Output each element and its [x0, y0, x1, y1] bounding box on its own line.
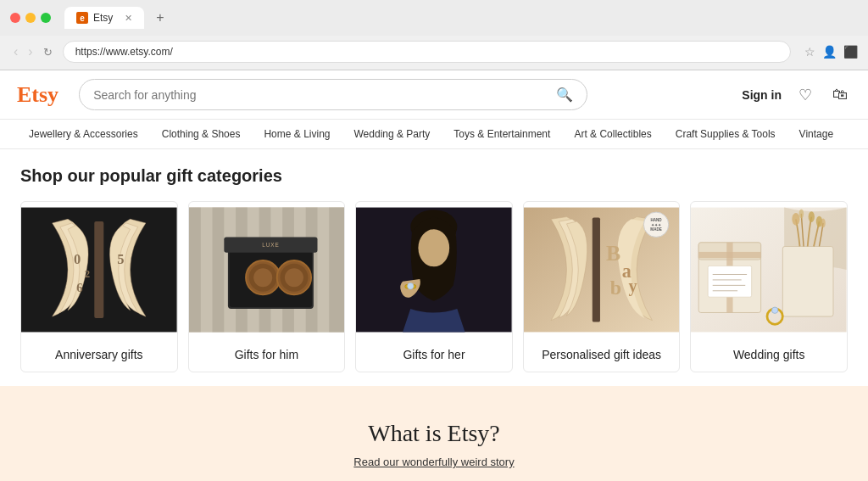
- minimize-dot[interactable]: [25, 13, 36, 23]
- svg-text:✦✦✦: ✦✦✦: [651, 223, 661, 227]
- browser-titlebar: e Etsy ✕ +: [0, 0, 868, 36]
- svg-text:HAND: HAND: [650, 218, 662, 222]
- browser-addressbar: ‹ › ↻ https://www.etsy.com/ ☆ 👤 ⬛: [0, 36, 868, 70]
- gift-card-label-personalised: Personalised gift ideas: [524, 338, 680, 372]
- gift-card-image-wedding: [691, 202, 847, 338]
- search-input[interactable]: [93, 88, 549, 102]
- svg-text:2: 2: [85, 268, 90, 280]
- gift-card-label-wedding: Wedding gifts: [691, 338, 847, 372]
- gift-card-personalised[interactable]: B a b y HAND ✦✦✦ MADE Personalised gift …: [523, 201, 681, 372]
- svg-text:6: 6: [76, 281, 82, 294]
- gift-categories: 0 2 6 5 Anniversary gifts: [20, 201, 848, 372]
- svg-point-58: [772, 307, 778, 313]
- nav-item-craft[interactable]: Craft Supplies & Tools: [664, 120, 787, 148]
- svg-point-28: [419, 229, 450, 266]
- svg-rect-32: [593, 217, 600, 322]
- nav-item-art[interactable]: Art & Collectibles: [562, 120, 663, 148]
- gift-card-wedding[interactable]: Wedding gifts: [690, 201, 848, 372]
- svg-text:B: B: [606, 241, 620, 266]
- cart-button[interactable]: 🛍: [829, 82, 851, 107]
- nav-item-jewellery[interactable]: Jewellery & Accessories: [17, 120, 150, 148]
- svg-rect-14: [329, 208, 344, 333]
- refresh-button[interactable]: ↻: [40, 44, 56, 60]
- tab-close-button[interactable]: ✕: [125, 13, 132, 24]
- svg-point-52: [793, 213, 800, 226]
- search-bar[interactable]: 🔍: [79, 79, 587, 110]
- browser-actions: ☆ 👤 ⬛: [804, 45, 858, 59]
- svg-text:LUXE: LUXE: [262, 242, 279, 248]
- what-is-etsy-link[interactable]: Read our wonderfully weird story: [353, 456, 514, 468]
- what-is-etsy-title: What is Etsy?: [17, 420, 851, 447]
- sign-in-button[interactable]: Sign in: [742, 88, 782, 102]
- section-title: Shop our popular gift categories: [20, 166, 848, 186]
- gift-card-image-anniversary: 0 2 6 5: [21, 202, 177, 338]
- browser-tab[interactable]: e Etsy ✕: [64, 7, 144, 29]
- gift-card-label-her: Gifts for her: [356, 338, 512, 372]
- wishlist-button[interactable]: ♡: [795, 82, 815, 108]
- svg-text:0: 0: [74, 251, 81, 267]
- header-actions: Sign in ♡ 🛍: [742, 82, 851, 108]
- svg-point-53: [809, 211, 815, 222]
- forward-button[interactable]: ›: [25, 42, 36, 61]
- gift-card-label-him: Gifts for him: [189, 338, 345, 372]
- svg-text:MADE: MADE: [650, 227, 661, 232]
- svg-rect-8: [189, 208, 201, 333]
- svg-text:y: y: [628, 277, 637, 296]
- url-text: https://www.etsy.com/: [75, 46, 173, 58]
- tab-title: Etsy: [93, 12, 113, 24]
- fullscreen-dot[interactable]: [41, 13, 51, 23]
- nav-item-wedding[interactable]: Wedding & Party: [342, 120, 442, 148]
- bookmark-icon[interactable]: ☆: [804, 45, 815, 59]
- svg-point-30: [408, 283, 414, 289]
- svg-rect-9: [212, 208, 224, 333]
- gift-card-her[interactable]: Gifts for her: [355, 201, 513, 372]
- address-bar[interactable]: https://www.etsy.com/: [63, 41, 791, 63]
- close-dot[interactable]: [10, 13, 20, 23]
- svg-rect-46: [709, 266, 752, 297]
- browser-nav: ‹ › ↻: [10, 42, 56, 61]
- etsy-nav: Jewellery & Accessories Clothing & Shoes…: [0, 120, 868, 149]
- main-content: Shop our popular gift categories: [0, 149, 868, 386]
- tab-favicon: e: [76, 12, 88, 24]
- gift-card-label-anniversary: Anniversary gifts: [21, 338, 177, 372]
- gift-card-him[interactable]: LUXE Gifts for him: [188, 201, 346, 372]
- svg-text:b: b: [609, 277, 620, 299]
- svg-point-22: [285, 268, 303, 287]
- svg-rect-51: [783, 246, 834, 316]
- back-button[interactable]: ‹: [10, 42, 21, 61]
- search-icon[interactable]: 🔍: [556, 87, 573, 103]
- profile-icon[interactable]: 👤: [822, 45, 837, 59]
- svg-rect-45: [699, 252, 761, 258]
- etsy-header: Etsy 🔍 Sign in ♡ 🛍: [0, 70, 868, 120]
- etsy-logo[interactable]: Etsy: [17, 82, 58, 108]
- extensions-icon[interactable]: ⬛: [843, 45, 858, 59]
- svg-point-19: [253, 268, 272, 287]
- nav-item-clothing[interactable]: Clothing & Shoes: [150, 120, 253, 148]
- gift-card-anniversary[interactable]: 0 2 6 5 Anniversary gifts: [20, 201, 178, 372]
- browser-dots: [10, 13, 51, 23]
- svg-point-56: [821, 218, 826, 227]
- gift-card-image-her: [356, 202, 512, 338]
- svg-point-54: [799, 209, 804, 218]
- nav-item-toys[interactable]: Toys & Entertainment: [442, 120, 562, 148]
- svg-text:5: 5: [117, 251, 124, 267]
- new-tab-button[interactable]: +: [156, 10, 164, 25]
- nav-item-home[interactable]: Home & Living: [252, 120, 342, 148]
- what-is-etsy-section: What is Etsy? Read our wonderfully weird…: [0, 386, 868, 481]
- gift-card-image-personalised: B a b y HAND ✦✦✦ MADE: [524, 202, 680, 338]
- nav-item-vintage[interactable]: Vintage: [787, 120, 845, 148]
- svg-rect-1: [94, 221, 103, 318]
- browser-chrome: e Etsy ✕ + ‹ › ↻ https://www.etsy.com/ ☆…: [0, 0, 868, 70]
- gift-card-image-him: LUXE: [189, 202, 345, 338]
